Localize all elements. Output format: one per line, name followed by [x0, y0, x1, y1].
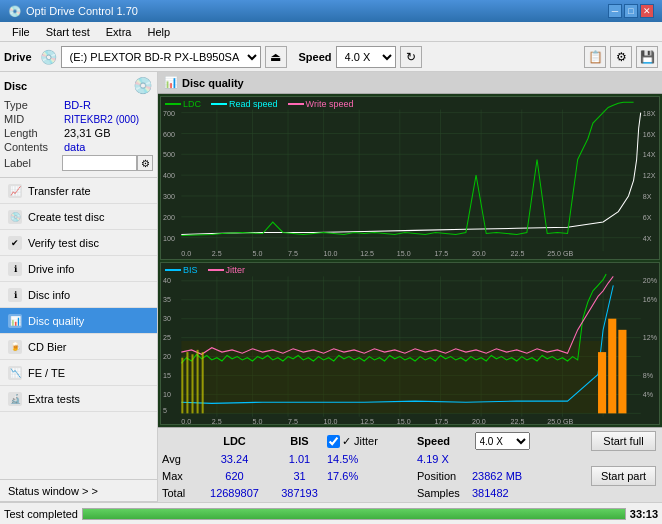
- sidebar: Disc 💿 Type BD-R MID RITEKBR2 (000) Leng…: [0, 72, 158, 502]
- menu-extra[interactable]: Extra: [98, 24, 140, 40]
- sidebar-item-drive-info[interactable]: ℹ Drive info: [0, 256, 157, 282]
- svg-text:10: 10: [163, 389, 171, 398]
- svg-text:12.5: 12.5: [360, 417, 374, 424]
- svg-text:8%: 8%: [643, 370, 654, 379]
- bis-legend: BIS: [165, 265, 198, 275]
- disc-header: Disc 💿: [4, 76, 153, 95]
- stats-max-jitter: 17.6%: [327, 470, 417, 482]
- stats-max-label: Max: [162, 470, 197, 482]
- status-window-label: Status window > >: [8, 485, 98, 497]
- bis-legend-label: BIS: [183, 265, 198, 275]
- copy-button[interactable]: 📋: [584, 46, 606, 68]
- sidebar-item-cd-bier-label: CD Bier: [28, 341, 67, 353]
- stats-bis-header: BIS: [272, 435, 327, 447]
- jitter-checkbox-area: ✓ Jitter: [327, 435, 417, 448]
- stats-ldc-header: LDC: [197, 435, 272, 447]
- sidebar-item-cd-bier[interactable]: 🍺 CD Bier: [0, 334, 157, 360]
- speed-select-stats[interactable]: 4.0 X: [475, 432, 530, 450]
- svg-text:2.5: 2.5: [212, 249, 222, 258]
- svg-text:35: 35: [163, 294, 171, 303]
- svg-text:8X: 8X: [643, 192, 652, 201]
- svg-text:15.0: 15.0: [397, 249, 411, 258]
- menu-help[interactable]: Help: [139, 24, 178, 40]
- svg-text:30: 30: [163, 313, 171, 322]
- settings-button[interactable]: ⚙: [610, 46, 632, 68]
- sidebar-item-transfer-rate-label: Transfer rate: [28, 185, 91, 197]
- jitter-checkbox[interactable]: [327, 435, 340, 448]
- eject-button[interactable]: ⏏: [265, 46, 287, 68]
- svg-text:12.5: 12.5: [360, 249, 374, 258]
- disc-contents-label: Contents: [4, 141, 64, 153]
- svg-text:20%: 20%: [643, 275, 658, 284]
- app-title: Opti Drive Control 1.70: [26, 5, 138, 17]
- bottom-chart-legend: BIS Jitter: [165, 265, 245, 275]
- progress-bar: [82, 508, 626, 520]
- verify-test-disc-icon: ✔: [8, 236, 22, 250]
- drive-label: Drive: [4, 51, 32, 63]
- svg-text:15: 15: [163, 370, 171, 379]
- progress-bar-fill: [83, 509, 625, 519]
- sidebar-item-create-test-disc[interactable]: 💿 Create test disc: [0, 204, 157, 230]
- disc-info-icon: ℹ: [8, 288, 22, 302]
- sidebar-item-fe-te[interactable]: 📉 FE / TE: [0, 360, 157, 386]
- svg-rect-84: [197, 349, 199, 412]
- disc-label-button[interactable]: ⚙: [137, 155, 153, 171]
- maximize-button[interactable]: □: [624, 4, 638, 18]
- save-button[interactable]: 💾: [636, 46, 658, 68]
- svg-text:16%: 16%: [643, 294, 658, 303]
- sidebar-item-disc-info[interactable]: ℹ Disc info: [0, 282, 157, 308]
- jitter-legend-label: Jitter: [226, 265, 246, 275]
- title-bar: 💿 Opti Drive Control 1.70 ─ □ ✕: [0, 0, 662, 22]
- stats-samples-label: Samples: [417, 487, 472, 499]
- svg-text:4%: 4%: [643, 389, 654, 398]
- sidebar-item-extra-tests-label: Extra tests: [28, 393, 80, 405]
- svg-text:17.5: 17.5: [434, 249, 448, 258]
- menu-file[interactable]: File: [4, 24, 38, 40]
- svg-text:16X: 16X: [643, 130, 656, 139]
- status-window-button[interactable]: Status window > >: [0, 480, 157, 502]
- stats-max-row: Max 620 31 17.6% Position 23862 MB Start…: [162, 466, 658, 486]
- start-full-button[interactable]: Start full: [591, 431, 656, 451]
- disc-label-input[interactable]: [62, 155, 137, 171]
- charts-container: LDC Read speed Write speed 700: [158, 94, 662, 427]
- speed-select[interactable]: 4.0 X: [336, 46, 396, 68]
- svg-rect-83: [191, 354, 193, 413]
- sidebar-item-transfer-rate[interactable]: 📈 Transfer rate: [0, 178, 157, 204]
- sidebar-item-create-test-disc-label: Create test disc: [28, 211, 104, 223]
- content-header: 📊 Disc quality: [158, 72, 662, 94]
- stats-position-label: Position: [417, 470, 472, 482]
- disc-type-value: BD-R: [64, 99, 91, 111]
- disc-type-row: Type BD-R: [4, 99, 153, 111]
- svg-text:700: 700: [163, 109, 175, 118]
- disc-contents-value: data: [64, 141, 85, 153]
- disc-quality-icon: 📊: [8, 314, 22, 328]
- svg-text:7.5: 7.5: [288, 249, 298, 258]
- title-bar-controls: ─ □ ✕: [608, 4, 654, 18]
- sidebar-item-verify-test-disc[interactable]: ✔ Verify test disc: [0, 230, 157, 256]
- close-button[interactable]: ✕: [640, 4, 654, 18]
- drive-select[interactable]: (E:) PLEXTOR BD-R PX-LB950SA 1.06: [61, 46, 261, 68]
- stats-header-row: LDC BIS ✓ Jitter Speed 4.0 X Start full: [162, 431, 658, 451]
- svg-text:22.5: 22.5: [511, 249, 525, 258]
- svg-text:20.0: 20.0: [472, 249, 486, 258]
- minimize-button[interactable]: ─: [608, 4, 622, 18]
- menu-bar: File Start test Extra Help: [0, 22, 662, 42]
- disc-length-label: Length: [4, 127, 64, 139]
- stats-max-bis: 31: [272, 470, 327, 482]
- disc-panel: Disc 💿 Type BD-R MID RITEKBR2 (000) Leng…: [0, 72, 157, 178]
- svg-text:100: 100: [163, 234, 175, 243]
- write-speed-legend-label: Write speed: [306, 99, 354, 109]
- fe-te-icon: 📉: [8, 366, 22, 380]
- stats-avg-bis: 1.01: [272, 453, 327, 465]
- svg-text:0.0: 0.0: [181, 417, 191, 424]
- disc-contents-row: Contents data: [4, 141, 153, 153]
- svg-text:400: 400: [163, 171, 175, 180]
- bottom-chart-svg: 40 35 30 25 20 15 10 5 20% 16% 12% 8% 4%: [161, 263, 659, 425]
- svg-rect-79: [608, 318, 616, 413]
- start-part-button[interactable]: Start part: [591, 466, 656, 486]
- sidebar-item-extra-tests[interactable]: 🔬 Extra tests: [0, 386, 157, 412]
- svg-text:500: 500: [163, 150, 175, 159]
- menu-start-test[interactable]: Start test: [38, 24, 98, 40]
- refresh-button[interactable]: ↻: [400, 46, 422, 68]
- sidebar-item-disc-quality[interactable]: 📊 Disc quality: [0, 308, 157, 334]
